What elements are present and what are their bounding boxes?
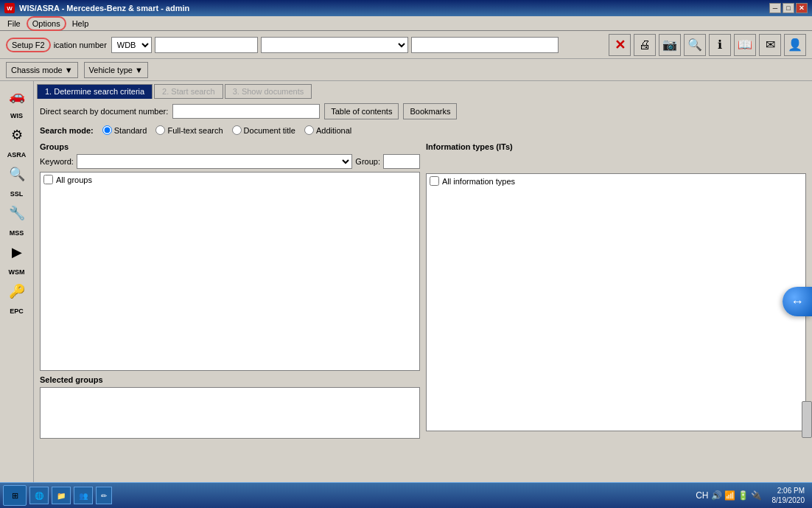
all-info-types-checkbox[interactable]: [430, 176, 439, 186]
sidebar-item-car[interactable]: 🚗: [3, 86, 31, 106]
tabs-bar: 1. Determine search criteria 2. Start se…: [34, 81, 812, 99]
info-types-list-box[interactable]: All information types: [426, 173, 806, 431]
doc-search-label: Direct search by document number:: [40, 107, 168, 116]
sidebar-item-search[interactable]: 🔍: [3, 164, 31, 184]
start-icon: ⊞: [12, 491, 18, 501]
clock-date: 8/19/2020: [772, 495, 805, 505]
red-x-icon: ✕: [615, 37, 626, 53]
user-button[interactable]: 👤: [784, 34, 806, 56]
scrollbar-handle[interactable]: [802, 401, 812, 438]
keyword-label: Keyword:: [40, 157, 74, 166]
teamviewer-icon: 👥: [79, 492, 88, 500]
all-groups-item[interactable]: All groups: [42, 174, 418, 185]
radio-standard[interactable]: Standard: [102, 125, 147, 135]
groups-list-box[interactable]: All groups: [40, 172, 420, 371]
book-button[interactable]: 📖: [734, 34, 756, 56]
search-mode-row: Search mode: Standard Full-text search D…: [40, 125, 806, 135]
keyword-dropdown[interactable]: [77, 154, 353, 169]
tab-determine-search[interactable]: 1. Determine search criteria: [37, 84, 153, 99]
pen-icon: ✏: [101, 492, 107, 500]
sidebar-item-wis[interactable]: WIS: [3, 109, 31, 122]
ident-input[interactable]: [155, 37, 258, 53]
ident-label: ication number: [54, 41, 107, 49]
group-input[interactable]: [383, 154, 420, 169]
printer-icon: 🖨: [639, 38, 651, 52]
tray-usb: 🔌: [751, 490, 762, 501]
window-title: WIS/ASRA - Mercedes-Benz & smart - admin: [19, 4, 189, 13]
sidebar-item-key[interactable]: 🔑: [3, 281, 31, 302]
doc-search-input[interactable]: [172, 104, 320, 119]
sub-toolbar: Chassis mode ▼ Vehicle type ▼: [0, 59, 812, 81]
tab-start-search[interactable]: 2. Start search: [154, 84, 223, 99]
radio-additional[interactable]: Additional: [304, 125, 351, 135]
table-of-contents-button[interactable]: Table of contents: [324, 103, 399, 119]
camera-button[interactable]: 📷: [659, 34, 681, 56]
bookmarks-button[interactable]: Bookmarks: [403, 103, 457, 119]
scroll-indicator[interactable]: ↔: [783, 287, 812, 316]
taskbar: ⊞ 🌐 📁 👥 ✏ CH 🔊 📶 🔋 🔌 2:06 PM 8/19/2020: [0, 482, 812, 508]
search-icon: 🔍: [9, 166, 25, 182]
content-area: 1. Determine search criteria 2. Start se…: [34, 81, 812, 482]
tray-ch: CH: [696, 490, 708, 501]
globe-search-button[interactable]: 🔍: [684, 34, 706, 56]
main-toolbar: Setup F2 ication number WDB WDD WDC ✕ 🖨 …: [0, 31, 812, 59]
sidebar-item-wsm[interactable]: WSM: [3, 265, 31, 278]
all-groups-checkbox[interactable]: [43, 175, 53, 184]
tray-network[interactable]: 📶: [724, 490, 735, 501]
info-types-title: Information types (ITs): [426, 142, 806, 151]
email-button[interactable]: ✉: [759, 34, 781, 56]
vehicle-chevron-icon: ▼: [135, 66, 143, 74]
wrench-icon: 🔧: [9, 205, 25, 221]
ident-text-input[interactable]: [411, 37, 559, 53]
tab-show-documents[interactable]: 3. Show documents: [225, 84, 312, 99]
panels-row: Groups Keyword: Group: All groups Select…: [40, 142, 806, 439]
menu-help[interactable]: Help: [68, 18, 94, 29]
sidebar-item-ssl[interactable]: SSL: [3, 187, 31, 200]
menu-options[interactable]: Options: [27, 16, 66, 31]
vehicle-type-button[interactable]: Vehicle type ▼: [84, 62, 148, 78]
window-controls[interactable]: ─ □ ✕: [769, 3, 808, 13]
selected-groups-list[interactable]: [40, 387, 420, 439]
all-info-types-item[interactable]: All information types: [428, 175, 804, 187]
delete-button[interactable]: ✕: [609, 34, 631, 56]
wdb-dropdown[interactable]: WDB WDD WDC: [111, 37, 152, 53]
close-button[interactable]: ✕: [796, 3, 808, 13]
sidebar-item-epc[interactable]: EPC: [3, 305, 31, 317]
taskbar-teamviewer-button[interactable]: 👥: [74, 487, 93, 504]
chassis-chevron-icon: ▼: [65, 66, 73, 74]
play-icon: ▶: [12, 244, 22, 260]
radio-fulltext[interactable]: Full-text search: [155, 125, 223, 135]
minimize-button[interactable]: ─: [769, 3, 781, 13]
taskbar-explorer-button[interactable]: 📁: [52, 487, 71, 504]
setup-button[interactable]: Setup F2: [6, 38, 51, 52]
print-button[interactable]: 🖨: [634, 34, 656, 56]
menu-file[interactable]: File: [3, 18, 25, 29]
wsm-label: WSM: [9, 268, 25, 276]
key-icon: 🔑: [9, 283, 25, 299]
chassis-mode-button[interactable]: Chassis mode ▼: [6, 62, 78, 78]
ident-dropdown[interactable]: [261, 37, 408, 53]
group-label: Group:: [355, 157, 380, 166]
groups-panel: Groups Keyword: Group: All groups Select…: [40, 142, 420, 439]
sidebar-item-mss[interactable]: MSS: [3, 226, 31, 239]
start-button[interactable]: ⊞: [3, 485, 27, 506]
sidebar-item-play[interactable]: ▶: [3, 242, 31, 262]
tray-volume[interactable]: 🔊: [711, 490, 722, 501]
inner-content: Direct search by document number: Table …: [34, 99, 812, 443]
taskbar-pen-button[interactable]: ✏: [96, 487, 112, 504]
groups-title: Groups: [40, 142, 420, 151]
vehicle-type-label: Vehicle type: [89, 66, 133, 74]
sidebar-item-gear[interactable]: ⚙: [3, 125, 31, 145]
maximize-button[interactable]: □: [783, 3, 794, 13]
chassis-mode-label: Chassis mode: [11, 66, 63, 74]
camera-icon: 📷: [662, 38, 677, 52]
info-button[interactable]: ℹ: [709, 34, 731, 56]
taskbar-ie-button[interactable]: 🌐: [29, 487, 49, 504]
mss-label: MSS: [10, 229, 24, 237]
radio-doc-title[interactable]: Document title: [232, 125, 295, 135]
sidebar-item-asra[interactable]: ASRA: [3, 148, 31, 161]
taskbar-clock: 2:06 PM 8/19/2020: [768, 486, 810, 505]
sidebar-item-wrench[interactable]: 🔧: [3, 203, 31, 223]
title-bar: W WIS/ASRA - Mercedes-Benz & smart - adm…: [0, 0, 812, 16]
left-sidebar: 🚗 WIS ⚙ ASRA 🔍 SSL 🔧 MSS ▶ WSM 🔑: [0, 81, 34, 482]
